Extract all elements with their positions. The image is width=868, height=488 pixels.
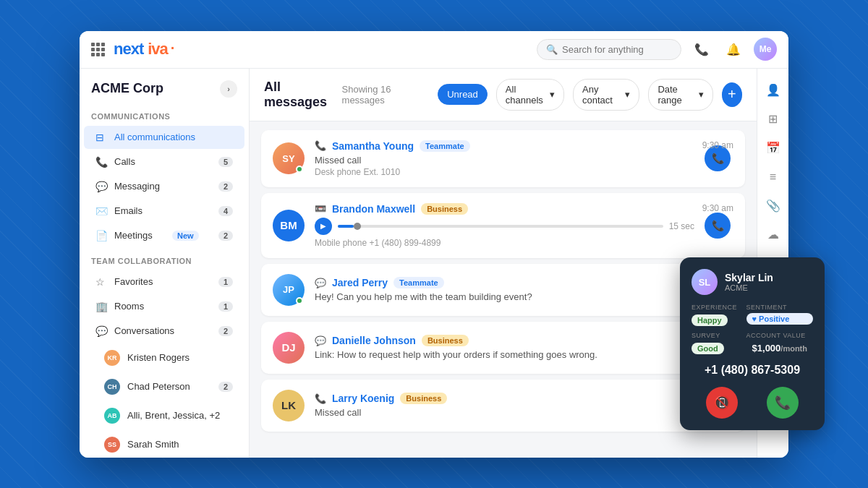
grid-icon-button[interactable]: ⊞ (760, 106, 786, 132)
chevron-down-icon: ▾ (550, 89, 555, 100)
sidebar-item-alli[interactable]: AB Alli, Brent, Jessica, +2 (84, 402, 244, 429)
rooms-badge: 1 (218, 301, 233, 312)
audio-progress-bar[interactable] (338, 225, 663, 228)
danielle-header: 💬 Danielle Johnson Business (315, 335, 733, 346)
danielle-badge: Business (422, 335, 469, 346)
brandon-time: 9:30 am (702, 203, 733, 213)
accept-icon: 📞 (775, 395, 791, 411)
voicemail-player: ▶ 15 sec (315, 218, 694, 235)
communications-section-title: Communications (80, 103, 249, 125)
sidebar-header: ACME Corp › (80, 69, 249, 103)
voice-duration: 15 sec (669, 221, 694, 231)
content-title: All messages (264, 80, 333, 110)
brandon-badge: Business (421, 203, 468, 215)
caller-stats: EXPERIENCE Happy SENTIMENT ♥ Positive SU… (692, 304, 813, 355)
notification-button[interactable]: 🔔 (722, 38, 745, 61)
contact-filter-label: Any contact (582, 84, 621, 106)
unread-filter-button[interactable]: Unread (438, 84, 488, 105)
jared-header: 💬 Jared Perry Teammate (315, 277, 733, 288)
sidebar-item-messaging[interactable]: 💬 Messaging 2 (84, 175, 244, 198)
logo: nextiva · (114, 40, 174, 59)
channels-filter-button[interactable]: All channels ▾ (496, 79, 564, 111)
chad-avatar: CH (104, 379, 120, 395)
logo-accent: iva (148, 40, 168, 59)
company-name: ACME Corp (91, 81, 163, 96)
sentiment-label: SENTIMENT (746, 304, 813, 311)
sidebar-item-rooms[interactable]: 🏢 Rooms 1 (84, 295, 244, 318)
date-filter-label: Date range (658, 84, 694, 106)
call-icon: 📞 (315, 140, 326, 151)
sidebar-item-label: Favorites (114, 276, 153, 287)
calendar-icon-button[interactable]: 📅 (760, 135, 786, 161)
sidebar-item-label: All communications (114, 132, 195, 142)
user-avatar-button[interactable]: Me (754, 38, 777, 61)
person-icon-button[interactable]: 👤 (760, 77, 786, 103)
search-input[interactable] (562, 44, 663, 55)
larry-name: Larry Koenig (332, 393, 394, 404)
skylar-initials: SL (699, 277, 711, 288)
search-bar[interactable]: 🔍 (537, 39, 681, 60)
danielle-name: Danielle Johnson (332, 335, 416, 346)
heart-icon: ♥ (752, 314, 757, 323)
calls-icon: 📞 (95, 156, 107, 168)
caller-company: ACME (725, 283, 773, 292)
cloud-icon-button[interactable]: ☁ (760, 222, 786, 248)
attachment-icon-button[interactable]: 📎 (760, 193, 786, 219)
chad-badge: 2 (218, 382, 233, 392)
sidebar-item-label: Rooms (114, 301, 144, 312)
message-count: Showing 16 messages (342, 84, 421, 106)
messaging-badge: 2 (218, 181, 233, 192)
conversations-badge: 2 (218, 326, 233, 336)
reject-call-button[interactable]: 📵 (706, 387, 738, 419)
contact-filter-button[interactable]: Any contact ▾ (573, 79, 639, 111)
jared-online-dot (296, 297, 303, 304)
rooms-icon: 🏢 (95, 301, 107, 312)
sentiment-value: ♥ Positive (746, 313, 813, 325)
message-card-brandon[interactable]: BM 📼 Brandon Maxwell Business ▶ (261, 193, 745, 258)
grid-menu-icon[interactable] (91, 43, 105, 56)
sidebar-item-conversations[interactable]: 💬 Conversations 2 (84, 320, 244, 343)
message-card-larry[interactable]: LK 📞 Larry Koenig Business Missed call 9… (261, 380, 745, 432)
sidebar-item-all-communications[interactable]: ⊟ All communications (84, 126, 244, 149)
samantha-subtext: Desk phone Ext. 1010 (315, 167, 694, 177)
message-card-samantha[interactable]: SY 📞 Samantha Young Teammate Missed call… (261, 130, 745, 187)
danielle-avatar: DJ (273, 332, 305, 364)
list-icon-button[interactable]: ≡ (760, 164, 786, 190)
collapse-button[interactable]: › (220, 80, 237, 98)
jared-avatar: JP (273, 274, 305, 306)
sidebar-item-meetings[interactable]: 📄 Meetings New 2 (84, 224, 244, 247)
sidebar-item-label: Meetings (114, 230, 153, 241)
larry-avatar-circle: LK (273, 390, 305, 421)
larry-header: 📞 Larry Koenig Business (315, 393, 694, 404)
sidebar-item-label: Alli, Brent, Jessica, +2 (127, 410, 220, 421)
play-button[interactable]: ▶ (315, 218, 332, 235)
larry-message-content: 📞 Larry Koenig Business Missed call (315, 393, 694, 418)
message-card-jared[interactable]: JP 💬 Jared Perry Teammate Hey! Can you h… (261, 264, 745, 316)
accept-call-button[interactable]: 📞 (767, 387, 799, 419)
brandon-call-button[interactable]: 📞 (705, 213, 731, 239)
sidebar-item-sarah[interactable]: SS Sarah Smith (84, 431, 244, 458)
sidebar-item-label: Chad Peterson (127, 381, 190, 392)
sidebar-item-kristen[interactable]: KR Kristen Rogers (84, 344, 244, 372)
samantha-name: Samantha Young (332, 140, 414, 152)
sidebar-item-label: Messaging (114, 181, 160, 192)
date-filter-button[interactable]: Date range ▾ (648, 79, 712, 111)
sidebar-item-chad[interactable]: CH Chad Peterson 2 (84, 373, 244, 401)
sidebar-item-emails[interactable]: ✉️ Emails 4 (84, 200, 244, 223)
larry-avatar: LK (273, 390, 305, 421)
message-card-danielle[interactable]: DJ 💬 Danielle Johnson Business Link: How… (261, 322, 745, 374)
larry-text: Missed call (315, 407, 694, 418)
caller-details: Skylar Lin ACME (725, 272, 773, 292)
progress-thumb (354, 223, 361, 230)
popup-caller-info: SL Skylar Lin ACME (692, 269, 813, 295)
add-button[interactable]: + (722, 82, 742, 107)
logo-dot-icon: · (171, 40, 175, 56)
sidebar-item-calls[interactable]: 📞 Calls 5 (84, 150, 244, 174)
samantha-time: 9:30 am (702, 140, 733, 150)
messaging-icon: 💬 (95, 181, 107, 192)
sentiment-stat: SENTIMENT ♥ Positive (746, 304, 813, 326)
phone-nav-button[interactable]: 📞 (690, 38, 713, 61)
sidebar-item-favorites[interactable]: ☆ Favorites 1 (84, 270, 244, 294)
meetings-count-badge: 2 (218, 231, 233, 241)
team-collab-section-title: Team collaboration (80, 248, 249, 270)
